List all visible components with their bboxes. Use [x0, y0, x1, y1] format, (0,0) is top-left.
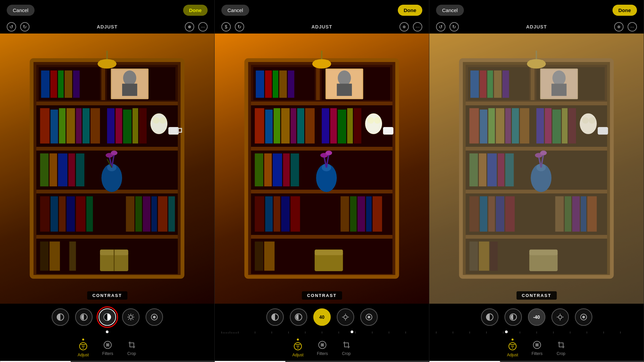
svg-point-36 — [153, 117, 160, 124]
top-bar-3: Cancel Done — [429, 0, 644, 20]
toolbar-right-2: ⊕ ··· — [399, 22, 422, 32]
svg-point-95 — [107, 344, 109, 346]
svg-point-117 — [338, 71, 351, 86]
done-button-3[interactable]: Done — [612, 5, 637, 16]
svg-rect-175 — [225, 332, 225, 334]
svg-rect-124 — [297, 108, 304, 143]
svg-rect-148 — [274, 196, 280, 232]
svg-rect-227 — [488, 108, 495, 143]
svg-rect-180 — [233, 332, 233, 334]
undo-icon[interactable]: ↺ — [7, 22, 16, 32]
adj-icon-exposure-2[interactable] — [266, 308, 284, 326]
svg-rect-152 — [350, 196, 357, 232]
cancel-button-1[interactable]: Cancel — [7, 5, 35, 16]
nav-filters-1[interactable]: Filters — [102, 340, 113, 356]
svg-rect-41 — [50, 154, 57, 186]
toolbar-1: ↺ ↻ ADJUST ⊕ ··· — [0, 20, 214, 34]
bottom-nav-1: Adjust Filters Crop — [0, 337, 214, 361]
svg-rect-158 — [276, 242, 283, 271]
nav-adjust-1[interactable]: Adjust — [77, 339, 89, 357]
redo-icon-2[interactable]: ↻ — [235, 22, 244, 32]
svg-rect-102 — [316, 67, 320, 100]
more-icon-2[interactable]: ··· — [413, 22, 422, 32]
auto-icon[interactable]: ⊕ — [185, 22, 194, 32]
svg-rect-190 — [355, 331, 356, 334]
adj-icon-brightness-3[interactable] — [551, 308, 569, 326]
auto-icon-3[interactable]: ⊕ — [614, 22, 624, 32]
svg-rect-138 — [283, 154, 290, 186]
adjust-icon-2 — [293, 341, 303, 351]
adj-icon-dot-3[interactable] — [575, 308, 592, 326]
svg-line-82 — [128, 315, 129, 315]
top-bar-2: Cancel Done — [215, 0, 429, 20]
bookshelf-svg-1 — [13, 50, 201, 287]
nav-crop-2[interactable]: Crop — [341, 340, 352, 356]
more-icon[interactable]: ··· — [198, 22, 208, 32]
svg-rect-220 — [502, 71, 509, 98]
slider-1[interactable]: for(let i=0;i<120;i++){ const x=i*5+2; c… — [0, 327, 214, 337]
svg-point-292 — [505, 330, 508, 333]
svg-rect-281 — [470, 331, 470, 334]
svg-rect-26 — [67, 108, 75, 143]
adj-icons-row-2: 40 — [215, 304, 429, 327]
svg-rect-28 — [83, 108, 90, 143]
svg-rect-114 — [288, 71, 294, 98]
svg-rect-112 — [273, 71, 278, 98]
slider-3[interactable] — [429, 327, 644, 337]
done-button-1[interactable]: Done — [183, 5, 208, 16]
adj-icon-contrast-2[interactable]: 40 — [313, 308, 331, 326]
svg-point-87 — [153, 316, 156, 318]
svg-rect-269 — [529, 60, 543, 66]
svg-rect-184 — [255, 331, 255, 334]
undo-icon-3[interactable]: ↺ — [436, 22, 445, 32]
done-button-2[interactable]: Done — [398, 5, 423, 16]
svg-rect-285 — [537, 331, 537, 334]
redo-icon-3[interactable]: ↻ — [449, 22, 459, 32]
undo-icon-2[interactable]: $ — [221, 22, 231, 32]
svg-point-201 — [321, 344, 323, 346]
svg-rect-139 — [291, 154, 299, 186]
adj-icon-exposure-1[interactable] — [52, 308, 69, 326]
adj-icon-contrast-low-3[interactable] — [504, 308, 522, 326]
adj-icon-dot-1[interactable] — [146, 308, 163, 326]
svg-rect-125 — [305, 108, 315, 143]
svg-rect-63 — [168, 196, 175, 232]
adj-icon-contrast-3[interactable]: -40 — [528, 308, 545, 326]
adj-icon-contrast-1[interactable] — [99, 308, 116, 326]
adj-icon-exposure-3[interactable] — [481, 308, 498, 326]
svg-rect-288 — [587, 331, 587, 334]
nav-crop-1[interactable]: Crop — [127, 340, 137, 356]
svg-rect-280 — [453, 331, 453, 334]
adj-icon-dot-2[interactable] — [360, 308, 378, 326]
cancel-button-3[interactable]: Cancel — [436, 5, 464, 16]
cancel-button-2[interactable]: Cancel — [221, 5, 249, 16]
auto-icon-2[interactable]: ⊕ — [399, 22, 409, 32]
svg-rect-22 — [122, 84, 137, 96]
svg-rect-205 — [466, 102, 607, 105]
adj-icon-brightness-1[interactable] — [122, 308, 140, 326]
nav-crop-3[interactable]: Crop — [556, 340, 566, 356]
adj-icon-contrast-low-1[interactable] — [75, 308, 93, 326]
crop-icon-1 — [127, 340, 137, 350]
nav-adjust-2[interactable]: Adjust — [292, 339, 303, 357]
svg-rect-160 — [315, 250, 343, 255]
svg-rect-258 — [565, 196, 572, 232]
adj-icon-brightness-2[interactable] — [337, 308, 354, 326]
svg-rect-113 — [279, 71, 287, 98]
svg-rect-15 — [51, 71, 57, 98]
photo-bg-2 — [215, 34, 429, 304]
svg-rect-23 — [40, 108, 50, 143]
nav-filters-2[interactable]: Filters — [317, 340, 328, 356]
svg-rect-177 — [228, 332, 228, 334]
nav-adjust-3[interactable]: Adjust — [507, 339, 518, 357]
svg-rect-6 — [102, 67, 105, 100]
toolbar-left-2: $ ↻ — [221, 22, 244, 32]
redo-icon[interactable]: ↻ — [20, 22, 30, 32]
nav-filters-3[interactable]: Filters — [532, 340, 543, 356]
svg-point-50 — [111, 151, 118, 156]
slider-2[interactable] — [215, 327, 429, 337]
svg-rect-178 — [230, 331, 230, 334]
svg-point-145 — [326, 151, 332, 156]
more-icon-3[interactable]: ··· — [628, 22, 637, 32]
adj-icon-contrast-low-2[interactable] — [290, 308, 307, 326]
